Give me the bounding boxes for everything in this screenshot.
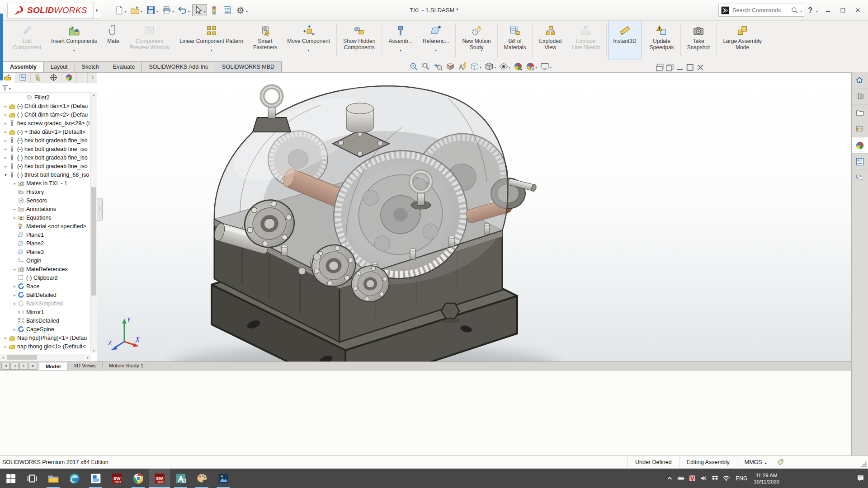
win-restore-button[interactable] (665, 62, 675, 72)
tree-item[interactable]: Origin (0, 256, 91, 265)
tree-item[interactable]: ▸(-) + tháo dầu<1> (Default< (0, 127, 91, 136)
help-caret[interactable] (816, 6, 820, 14)
display-style-button[interactable] (485, 62, 496, 71)
tree-expand-arrow[interactable]: ▸ (3, 104, 9, 108)
tab-solidworks-mbd[interactable]: SOLIDWORKS MBD (215, 61, 282, 72)
file-explorer-taskbar-button[interactable] (42, 469, 64, 488)
save-button[interactable] (145, 4, 160, 16)
help-button[interactable]: ? (806, 6, 815, 14)
tree-expand-arrow[interactable]: ▾ (3, 173, 9, 177)
nav-next-button[interactable] (19, 363, 28, 370)
update-speedpak-button[interactable]: Update Speedpak (645, 20, 679, 60)
dropbox-tray-button[interactable] (709, 469, 721, 488)
wifi-tray-button[interactable] (721, 469, 732, 488)
print-button[interactable] (160, 4, 175, 16)
tree-item[interactable]: History (0, 188, 91, 196)
tab-model[interactable]: Model (39, 362, 67, 370)
win-min-button[interactable] (675, 62, 685, 72)
new-document-button[interactable] (113, 4, 128, 16)
tree-item[interactable]: ▸(-) Chốt định tâm<1> (Defau (0, 102, 91, 110)
zoom-to-fit-button[interactable] (409, 62, 418, 71)
tree-item[interactable]: ▸Mates in TXL - 1 (0, 179, 91, 188)
tree-item[interactable]: ▸Nắp hộp(Phẳng)<1> (Defau (0, 333, 91, 342)
tree-expand-arrow[interactable]: ▸ (3, 155, 9, 160)
linear-component-pattern-caret[interactable] (211, 45, 212, 49)
reference-geometry-button[interactable]: Referenc... (418, 20, 454, 60)
show-hidden-components-button[interactable]: Show Hidden Components (338, 20, 380, 60)
graphics-area[interactable]: Y X Z (97, 72, 852, 361)
tab-motion-study-1[interactable]: Motion Study 1 (103, 362, 151, 369)
tree-expand-arrow[interactable]: ▸ (3, 147, 9, 151)
panel-tabs-scroll-button[interactable] (87, 72, 97, 83)
insert-components-caret[interactable] (73, 45, 75, 49)
tree-item[interactable]: ▸nap thong gio<1> (Default< (0, 342, 91, 351)
propertymanager-tab[interactable] (15, 72, 31, 83)
search-caret[interactable] (800, 6, 802, 14)
tree-item[interactable]: ▸(-) hex bolt gradeab fine_iso (0, 145, 91, 153)
tree-item[interactable]: Plane3 (0, 248, 91, 256)
file-properties-button[interactable] (221, 4, 233, 16)
reference-geometry-caret[interactable] (435, 45, 437, 49)
search-icon[interactable] (791, 6, 798, 14)
select-arrow-caret[interactable] (203, 6, 206, 14)
open-folder-caret[interactable] (140, 6, 142, 14)
tree-item[interactable]: BallsDetailed (0, 316, 91, 325)
assembly-features-caret[interactable] (400, 45, 401, 49)
clock[interactable]: 11:29 AM10/11/2020 (751, 472, 782, 485)
tree-horizontal-scrollbar[interactable]: ◂ ▸ (0, 354, 91, 361)
dimxpertmanager-tab[interactable] (46, 72, 61, 83)
display-style-caret[interactable] (494, 62, 496, 70)
view-palette-tab[interactable] (852, 121, 868, 137)
nav-first-button[interactable] (1, 363, 10, 370)
tree-item[interactable]: Fillet2 (0, 93, 91, 102)
print-caret[interactable] (171, 6, 174, 14)
photo-viewer-taskbar-button[interactable] (212, 469, 234, 488)
filter-caret[interactable] (9, 84, 11, 92)
task-view-taskbar-button[interactable] (21, 469, 42, 488)
minimize-button[interactable] (821, 4, 835, 17)
tree-item[interactable]: ▸CageSpine (0, 325, 91, 333)
nav-last-button[interactable] (28, 363, 37, 370)
chrome-taskbar-button[interactable] (127, 469, 149, 488)
tree-expand-arrow[interactable]: ▸ (12, 284, 18, 289)
move-component-caret[interactable] (308, 45, 310, 49)
win-max-button[interactable] (685, 62, 695, 72)
home-tab[interactable] (852, 72, 868, 89)
tree-expand-arrow[interactable]: ▸ (12, 301, 18, 306)
save-caret[interactable] (156, 6, 158, 14)
start-taskbar-button[interactable] (0, 469, 21, 488)
apply-scene-caret[interactable] (535, 62, 537, 70)
move-component-button[interactable]: Move Component (282, 20, 335, 60)
tree-item[interactable]: (-) Clipboard (0, 273, 91, 282)
tree-item[interactable]: Mirror1 (0, 308, 91, 316)
unikey-tray-button[interactable] (687, 469, 698, 488)
insert-components-button[interactable]: Insert Components (46, 20, 102, 60)
tree-expand-arrow[interactable]: ▸ (3, 113, 9, 117)
scroll-left-arrow[interactable]: ◂ (0, 354, 6, 361)
tree-item[interactable]: ▾(-) thrust ball bearing_68_iso (0, 170, 91, 179)
instant3d-button[interactable]: Instant3D (608, 20, 641, 60)
tree-expand-arrow[interactable]: ▸ (3, 344, 9, 349)
scroll-down-arrow[interactable]: ▾ (91, 348, 97, 353)
tree-item[interactable]: Plane2 (0, 239, 91, 248)
tree-item[interactable]: ▸(-) hex bolt gradeab fine_iso (0, 136, 91, 145)
tab-layout[interactable]: Layout (43, 61, 75, 72)
win-cascade-button[interactable] (655, 62, 665, 72)
search-input[interactable] (731, 7, 789, 14)
linear-component-pattern-button[interactable]: Linear Component Pattern (175, 20, 248, 60)
horizontal-scroll-thumb[interactable] (7, 355, 37, 360)
solidworks-taskbar-button[interactable]: SW2017 (149, 469, 170, 488)
autocad-taskbar-button[interactable] (170, 469, 191, 488)
rebuild-button[interactable] (208, 4, 220, 16)
undo-caret[interactable] (187, 6, 190, 14)
tree-item[interactable]: Material <not specified> (0, 222, 91, 230)
tree-expand-arrow[interactable]: ▸ (3, 164, 9, 169)
status-constraint[interactable]: Under Defined (627, 456, 679, 469)
chevron-up-tray-button[interactable] (664, 469, 675, 488)
tree-expand-arrow[interactable]: ▸ (12, 293, 18, 297)
tree-item[interactable]: ▸(-) hex bolt gradeab fine_iso (0, 162, 91, 170)
tree-expand-arrow[interactable]: ▸ (3, 138, 9, 143)
tree-expand-arrow[interactable]: ▸ (12, 181, 18, 186)
forum-tab[interactable] (852, 170, 868, 186)
view-orientation-caret[interactable] (479, 62, 481, 70)
